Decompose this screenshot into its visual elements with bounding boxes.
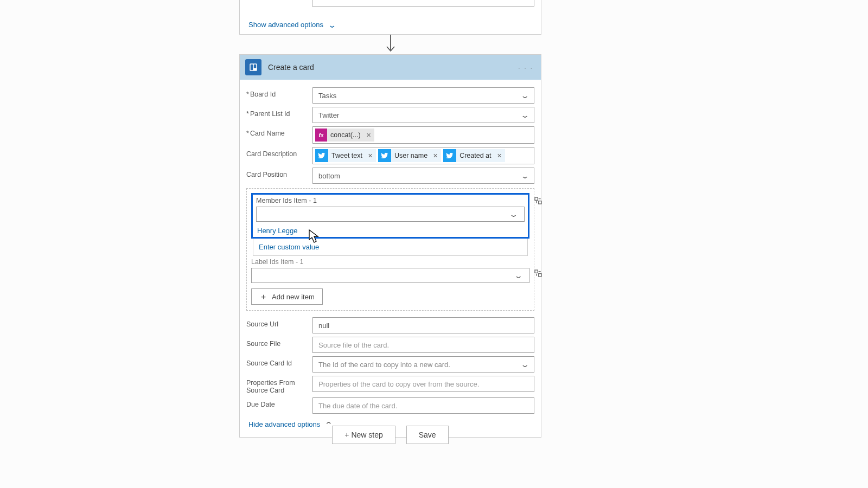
chevron-down-icon: ⌄: [514, 272, 524, 280]
chevron-down-icon: ⌄: [520, 172, 530, 180]
new-step-label: + New step: [344, 431, 382, 439]
parent-list-select[interactable]: Twitter ⌄: [312, 107, 534, 123]
parent-list-value: Twitter: [318, 111, 339, 119]
action-menu-button[interactable]: · · ·: [516, 63, 535, 72]
svg-rect-8: [539, 274, 541, 277]
due-date-input[interactable]: The due date of the card.: [312, 397, 534, 414]
chevron-down-icon: ⌄: [520, 92, 530, 100]
svg-rect-7: [535, 270, 538, 273]
chevron-down-icon: ⌄: [328, 21, 337, 29]
token-label: User name: [391, 152, 430, 159]
parent-list-label: Parent List Id: [246, 107, 310, 118]
label-ids-label: Label Ids Item - 1: [251, 258, 529, 266]
label-ids-select[interactable]: ⌄: [251, 268, 529, 283]
dynamic-token-user-name[interactable]: User name ✕: [378, 149, 441, 162]
props-from-source-input[interactable]: Properties of the card to copy over from…: [312, 376, 534, 392]
twitter-icon: [378, 149, 391, 162]
fx-icon: fx: [315, 129, 327, 142]
member-ids-select[interactable]: ⌄: [256, 207, 525, 222]
svg-rect-6: [539, 201, 541, 204]
card-name-input[interactable]: fx concat(...) ✕: [312, 126, 534, 144]
card-description-input[interactable]: Tweet text ✕ User name ✕ Created at: [312, 147, 534, 164]
board-id-select[interactable]: Tasks ⌄: [312, 87, 534, 104]
dropdown-option-custom[interactable]: Enter custom value: [253, 239, 528, 256]
props-from-source-label: Properties From Source Card: [246, 376, 310, 394]
source-url-label: Source Url: [246, 317, 310, 328]
trello-icon: [245, 59, 261, 75]
add-new-item-label: Add new item: [272, 293, 315, 301]
card-position-label: Card Position: [246, 168, 310, 178]
chevron-down-icon: ⌄: [509, 210, 519, 219]
chevron-down-icon: ⌄: [520, 361, 530, 369]
remove-token-icon[interactable]: ✕: [365, 152, 376, 159]
token-label: Tweet text: [328, 152, 365, 159]
card-position-value: bottom: [318, 172, 340, 180]
remove-token-icon[interactable]: ✕: [430, 152, 441, 159]
show-advanced-options-label: Show advanced options: [248, 21, 323, 29]
chevron-down-icon: ⌄: [520, 111, 530, 119]
board-id-label: Board Id: [246, 87, 310, 98]
action-title: Create a card: [268, 63, 509, 72]
token-label: concat(...): [327, 131, 363, 139]
source-url-input[interactable]: null: [312, 317, 534, 333]
previous-action-card: Show advanced options ⌄: [239, 0, 541, 35]
svg-rect-4: [254, 65, 257, 68]
twitter-icon: [443, 149, 456, 162]
save-button[interactable]: Save: [406, 426, 449, 444]
board-id-value: Tasks: [318, 92, 336, 100]
svg-rect-5: [535, 197, 538, 200]
previous-input-stub: [312, 0, 534, 7]
source-file-input[interactable]: Source file of the card.: [312, 337, 534, 353]
source-card-id-select[interactable]: The Id of the card to copy into a new ca…: [312, 356, 534, 373]
source-card-id-label: Source Card Id: [246, 356, 310, 367]
save-label: Save: [419, 431, 436, 439]
props-from-source-placeholder: Properties of the card to copy over from…: [318, 380, 479, 388]
expression-token[interactable]: fx concat(...) ✕: [315, 129, 374, 142]
plus-icon: ＋: [259, 292, 267, 302]
new-step-button[interactable]: + New step: [332, 426, 395, 444]
dynamic-token-tweet-text[interactable]: Tweet text ✕: [315, 149, 376, 162]
member-ids-item: Member Ids Item - 1 ⌄ Henry Legge: [251, 193, 529, 239]
due-date-label: Due Date: [246, 397, 310, 408]
show-advanced-options-link[interactable]: Show advanced options ⌄: [248, 21, 335, 29]
token-label: Created at: [456, 152, 493, 159]
toggle-dynamic-content-icon[interactable]: [534, 269, 542, 279]
array-item-group: Member Ids Item - 1 ⌄ Henry Legge: [246, 188, 534, 311]
member-ids-label: Member Ids Item - 1: [256, 197, 525, 204]
flow-arrow-down-icon: [239, 35, 541, 54]
card-name-label: Card Name: [246, 126, 310, 137]
remove-token-icon[interactable]: ✕: [494, 152, 505, 159]
source-card-id-placeholder: The Id of the card to copy into a new ca…: [318, 361, 450, 369]
source-url-value: null: [318, 322, 329, 330]
source-file-label: Source File: [246, 337, 310, 348]
due-date-placeholder: The due date of the card.: [318, 402, 397, 410]
add-new-item-button[interactable]: ＋ Add new item: [251, 288, 323, 305]
dynamic-token-created-at[interactable]: Created at ✕: [443, 149, 505, 162]
twitter-icon: [315, 149, 328, 162]
dropdown-option-person[interactable]: Henry Legge: [257, 227, 297, 235]
card-position-select[interactable]: bottom ⌄: [312, 168, 534, 184]
source-file-placeholder: Source file of the card.: [318, 341, 389, 349]
card-description-label: Card Description: [246, 147, 310, 158]
action-header[interactable]: Create a card · · ·: [240, 55, 541, 80]
toggle-dynamic-content-icon[interactable]: [534, 196, 542, 207]
svg-rect-3: [251, 65, 253, 70]
remove-token-icon[interactable]: ✕: [363, 132, 374, 139]
create-card-action: Create a card · · · Board Id Tasks ⌄: [239, 54, 541, 438]
